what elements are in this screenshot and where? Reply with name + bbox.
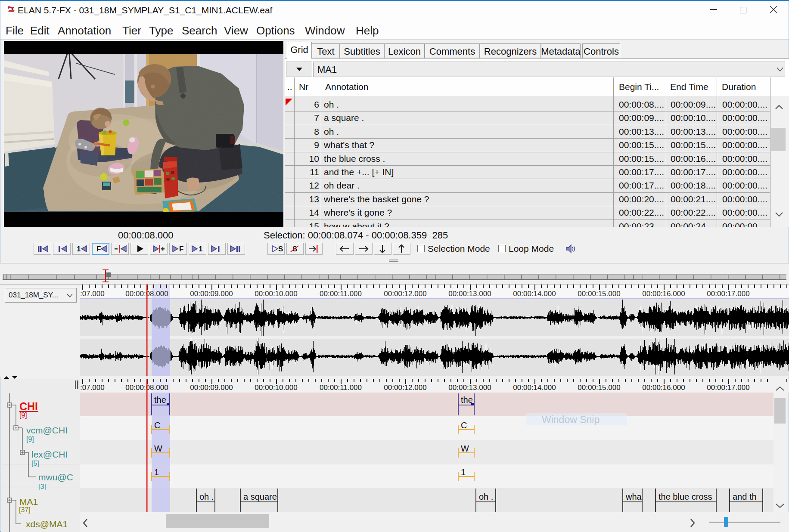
svg-text:1: 1 bbox=[77, 245, 81, 253]
svg-text:W: W bbox=[461, 444, 469, 453]
svg-text:00:00:11.000: 00:00:11.000 bbox=[320, 384, 362, 392]
svg-text:00:00:16.000: 00:00:16.000 bbox=[642, 290, 685, 298]
svg-text::07.000: :07.000 bbox=[80, 290, 105, 298]
svg-text:S: S bbox=[278, 245, 283, 253]
svg-text:F: F bbox=[179, 245, 183, 253]
svg-text:00:00:15.000: 00:00:15.000 bbox=[578, 290, 620, 298]
svg-text:00:00:14.000: 00:00:14.000 bbox=[513, 384, 556, 392]
svg-text:the blue cross: the blue cross bbox=[659, 492, 712, 501]
svg-text:00:00:11.000: 00:00:11.000 bbox=[320, 290, 362, 298]
svg-text:00:00:16.000: 00:00:16.000 bbox=[642, 384, 685, 392]
svg-text:00:00:17.000: 00:00:17.000 bbox=[707, 290, 749, 298]
svg-text:1: 1 bbox=[154, 467, 159, 477]
svg-text:1: 1 bbox=[199, 245, 202, 253]
svg-text::07.000: :07.000 bbox=[80, 384, 105, 392]
svg-text:00:00:12.000: 00:00:12.000 bbox=[384, 384, 426, 392]
svg-text:00:00:17.000: 00:00:17.000 bbox=[707, 384, 749, 392]
svg-text:C: C bbox=[154, 421, 160, 430]
svg-text:the: the bbox=[461, 395, 473, 405]
svg-text:1: 1 bbox=[461, 467, 466, 477]
svg-text:W: W bbox=[154, 444, 162, 453]
svg-text:00:00:09.000: 00:00:09.000 bbox=[190, 290, 233, 298]
svg-text:F: F bbox=[96, 245, 101, 253]
svg-text:00:00:15.000: 00:00:15.000 bbox=[578, 384, 620, 392]
svg-text:00:00:09.000: 00:00:09.000 bbox=[190, 384, 233, 392]
svg-text:00:00:12.000: 00:00:12.000 bbox=[384, 290, 426, 298]
svg-text:C: C bbox=[461, 421, 467, 430]
svg-text:a square: a square bbox=[243, 492, 277, 501]
svg-text:00:00:14.000: 00:00:14.000 bbox=[513, 290, 556, 298]
svg-text:00:00:10.000: 00:00:10.000 bbox=[255, 384, 297, 392]
svg-text:oh .: oh . bbox=[199, 492, 214, 501]
svg-text:wha: wha bbox=[625, 492, 642, 501]
svg-text:oh .: oh . bbox=[479, 492, 493, 501]
svg-text:the: the bbox=[154, 395, 166, 405]
svg-text:and th: and th bbox=[733, 492, 757, 501]
svg-text:00:00:13.000: 00:00:13.000 bbox=[448, 290, 491, 298]
svg-text:00:00:13.000: 00:00:13.000 bbox=[448, 384, 491, 392]
svg-text:00:00:10.000: 00:00:10.000 bbox=[255, 290, 297, 298]
